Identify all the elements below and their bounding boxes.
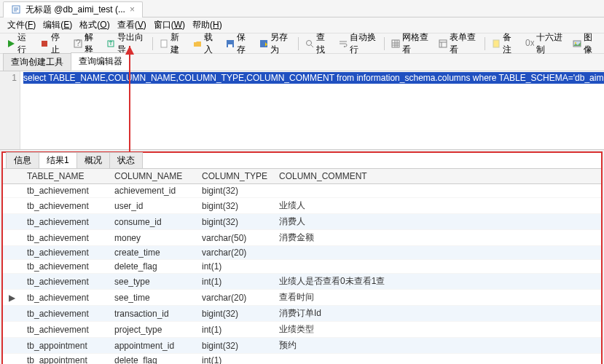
cell-table-name[interactable]: tb_achievement [21, 322, 109, 338]
cell-column-type[interactable]: bigint(32) [196, 306, 273, 322]
tab-profile[interactable]: 概况 [77, 152, 110, 168]
hex-button[interactable]: 0x十六进制 [522, 29, 568, 58]
toolbar: 运行 停止 ?解释 导出向导 新建 载入 保存 另存为 查找 自动换行 网格查看… [0, 33, 604, 54]
svg-rect-1 [42, 41, 47, 47]
cell-table-name[interactable]: tb_achievement [21, 260, 109, 274]
cell-table-name[interactable]: tb_achievement [21, 274, 109, 290]
cell-table-name[interactable]: tb_achievement [21, 306, 109, 322]
cell-column-comment[interactable]: 预约 [273, 338, 601, 354]
col-column-name[interactable]: COLUMN_NAME [109, 169, 196, 184]
cell-table-name[interactable]: tb_appointment [21, 354, 109, 365]
cell-column-comment[interactable] [273, 184, 601, 198]
cell-column-name[interactable]: transaction_id [109, 306, 196, 322]
cell-column-type[interactable]: bigint(32) [196, 214, 273, 230]
tab-query-editor[interactable]: 查询编辑器 [71, 52, 130, 71]
cell-column-name[interactable]: delete_flag [109, 354, 196, 365]
cell-table-name[interactable]: tb_achievement [21, 246, 109, 260]
table-row[interactable]: tb_appointmentappointment_idbigint(32)预约 [3, 338, 601, 354]
cell-column-comment[interactable] [273, 354, 601, 365]
table-row[interactable]: ▶tb_achievementsee_timevarchar(20)查看时间 [3, 290, 601, 306]
sql-editor[interactable]: 1 select TABLE_NAME,COLUMN_NAME,COLUMN_T… [0, 71, 604, 150]
cell-column-name[interactable]: see_type [109, 274, 196, 290]
row-handle: ▶ [3, 290, 21, 306]
table-row[interactable]: tb_achievementconsume_idbigint(32)消费人 [3, 214, 601, 230]
table-row[interactable]: tb_achievementuser_idbigint(32)业绩人 [3, 198, 601, 214]
cell-column-name[interactable]: delete_flag [109, 260, 196, 274]
cell-column-type[interactable]: bigint(32) [196, 184, 273, 198]
table-row[interactable]: tb_achievementproject_typeint(1)业绩类型 [3, 322, 601, 338]
line-gutter: 1 [0, 71, 20, 149]
cell-column-type[interactable]: int(1) [196, 354, 273, 365]
cell-column-comment[interactable] [273, 260, 601, 274]
cell-column-name[interactable]: appointment_id [109, 338, 196, 354]
cell-column-name[interactable]: money [109, 230, 196, 246]
explain-icon: ? [74, 39, 82, 49]
cell-column-type[interactable]: bigint(32) [196, 338, 273, 354]
find-button[interactable]: 查找 [302, 29, 334, 58]
save-button[interactable]: 保存 [222, 29, 254, 58]
editor-tab[interactable]: 无标题 @db_aimi_test (... × [3, 1, 143, 17]
cell-column-type[interactable]: int(1) [196, 274, 273, 290]
cell-column-name[interactable]: user_id [109, 198, 196, 214]
cell-column-comment[interactable]: 业绩人是否查看0未查看1查 [273, 274, 601, 290]
table-row[interactable]: tb_achievementachievement_idbigint(32) [3, 184, 601, 198]
cell-column-comment[interactable]: 业绩人 [273, 198, 601, 214]
cell-column-comment[interactable]: 消费金额 [273, 230, 601, 246]
cell-column-comment[interactable]: 查看时间 [273, 290, 601, 306]
saveas-icon [259, 39, 268, 49]
cell-column-type[interactable]: bigint(32) [196, 198, 273, 214]
col-table-name[interactable]: TABLE_NAME [21, 169, 109, 184]
cell-column-comment[interactable] [273, 246, 601, 260]
tab-result1[interactable]: 结果1 [39, 152, 77, 168]
row-handle [3, 338, 21, 354]
export-icon [106, 39, 115, 49]
cell-table-name[interactable]: tb_achievement [21, 290, 109, 306]
formview-button[interactable]: 表单查看 [435, 29, 482, 58]
tab-status[interactable]: 状态 [109, 152, 143, 168]
result-tabs: 信息 结果1 概况 状态 [3, 153, 601, 169]
cell-column-type[interactable]: varchar(50) [196, 230, 273, 246]
cell-column-comment[interactable]: 业绩类型 [273, 322, 601, 338]
cell-column-type[interactable]: varchar(20) [196, 290, 273, 306]
load-button[interactable]: 载入 [189, 29, 221, 58]
new-button[interactable]: 新建 [156, 29, 188, 58]
cell-column-comment[interactable]: 消费人 [273, 214, 601, 230]
table-row[interactable]: tb_appointmentdelete_flagint(1) [3, 354, 601, 365]
svg-text:?: ? [76, 39, 81, 48]
cell-column-comment[interactable]: 消费订单Id [273, 306, 601, 322]
col-column-type[interactable]: COLUMN_TYPE [196, 169, 273, 184]
cell-table-name[interactable]: tb_achievement [21, 184, 109, 198]
cell-column-type[interactable]: varchar(20) [196, 246, 273, 260]
cell-column-name[interactable]: consume_id [109, 214, 196, 230]
gridview-button[interactable]: 网格查看 [388, 29, 434, 58]
tab-query-builder[interactable]: 查询创建工具 [3, 53, 71, 71]
cell-table-name[interactable]: tb_appointment [21, 338, 109, 354]
result-grid-wrap[interactable]: TABLE_NAME COLUMN_NAME COLUMN_TYPE COLUM… [3, 169, 601, 364]
cell-column-type[interactable]: int(1) [196, 322, 273, 338]
cell-table-name[interactable]: tb_achievement [21, 198, 109, 214]
svg-point-9 [306, 40, 311, 45]
sql-code[interactable]: select TABLE_NAME,COLUMN_NAME,COLUMN_TYP… [20, 71, 604, 149]
cell-table-name[interactable]: tb_achievement [21, 214, 109, 230]
image-button[interactable]: 图像 [569, 29, 601, 58]
tab-info[interactable]: 信息 [6, 152, 39, 168]
cell-column-name[interactable]: create_time [109, 246, 196, 260]
table-row[interactable]: tb_achievementcreate_timevarchar(20) [3, 246, 601, 260]
cell-column-type[interactable]: int(1) [196, 260, 273, 274]
cell-column-name[interactable]: achievement_id [109, 184, 196, 198]
saveas-button[interactable]: 另存为 [256, 29, 295, 58]
cell-column-name[interactable]: project_type [109, 322, 196, 338]
note-button[interactable]: 备注 [488, 29, 520, 58]
cell-table-name[interactable]: tb_achievement [21, 230, 109, 246]
autowrap-button[interactable]: 自动换行 [335, 29, 382, 58]
table-row[interactable]: tb_achievementmoneyvarchar(50)消费金额 [3, 230, 601, 246]
table-row[interactable]: tb_achievementtransaction_idbigint(32)消费… [3, 306, 601, 322]
close-icon[interactable]: × [130, 4, 135, 15]
table-row[interactable]: tb_achievementsee_typeint(1)业绩人是否查看0未查看1… [3, 274, 601, 290]
col-column-comment[interactable]: COLUMN_COMMENT [273, 169, 601, 184]
table-row[interactable]: tb_achievementdelete_flagint(1) [3, 260, 601, 274]
svg-rect-11 [439, 40, 447, 47]
note-icon [492, 39, 501, 49]
cell-column-name[interactable]: see_time [109, 290, 196, 306]
row-handle [3, 322, 21, 338]
